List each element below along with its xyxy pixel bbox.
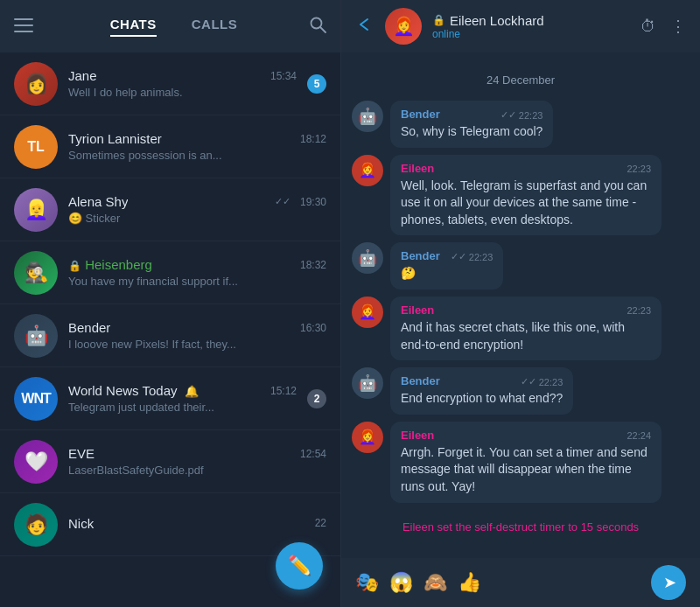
chat-name-row: Tyrion Lannister 18:12 [68, 131, 326, 146]
msg-check-icon: ✓✓ [451, 251, 466, 262]
chat-info-alena: Alena Shy ✓✓ 19:30 😊 Sticker [68, 194, 326, 225]
compose-button[interactable]: ✏️ [276, 542, 323, 590]
header-avatar: 👩‍🦰 [385, 8, 422, 45]
msg-sender: Eileen [401, 304, 434, 317]
msg-text: 🤔 [401, 265, 493, 283]
svg-rect-2 [14, 31, 33, 32]
chat-name: Alena Shy [68, 194, 128, 209]
chat-item-jane[interactable]: 👩 Jane 15:34 Well I do help animals. 5 [0, 52, 340, 115]
header-lock-icon: 🔒 [432, 14, 445, 26]
send-button[interactable]: ➤ [651, 565, 686, 600]
chat-name: Tyrion Lannister [68, 131, 162, 146]
reaction-scared[interactable]: 😱 [389, 571, 413, 594]
more-options-icon[interactable]: ⋮ [670, 17, 686, 36]
msg-avatar-bender: 🤖 [352, 242, 383, 274]
right-panel: 👩‍🦰 🔒 Eileen Lockhard online ⏱ ⋮ 24 Dece… [341, 0, 700, 607]
chat-name-row: Jane 15:34 [68, 68, 297, 83]
avatar-eve: 🤍 [14, 440, 58, 484]
chat-name: 🔒 Heisenberg [68, 257, 152, 272]
contact-name: Eileen Lockhard [450, 13, 544, 28]
avatar-bender: 🤖 [14, 314, 58, 358]
avatar-wnt: WNT [14, 377, 58, 421]
reaction-thumbsup[interactable]: 👍 [458, 571, 481, 594]
chat-item-alena[interactable]: 👱‍♀️ Alena Shy ✓✓ 19:30 😊 Sticker [0, 178, 340, 241]
chat-info-wnt: World News Today 🔔 15:12 Telegram just u… [68, 383, 297, 414]
svg-line-4 [320, 27, 326, 32]
left-panel: CHATS CALLS 👩 Jane 15:34 Well I do help … [0, 0, 341, 607]
chat-item-wnt[interactable]: WNT World News Today 🔔 15:12 Telegram ju… [0, 367, 340, 430]
msg-header-row: Eileen 22:23 [401, 162, 651, 175]
chat-time: 12:54 [300, 448, 326, 460]
reaction-monkey[interactable]: 🙈 [424, 571, 447, 594]
chat-time: 18:32 [300, 259, 326, 271]
chat-preview: Sometimes possession is an... [68, 149, 326, 162]
chat-name-row: Bender 16:30 [68, 320, 326, 335]
msg-avatar-eileen: 👩‍🦰 [352, 297, 383, 328]
message-bubble: Eileen 22:23 Well, look. Telegram is sup… [390, 155, 662, 236]
chat-time: 18:12 [300, 133, 326, 145]
reaction-bar: 😱 🙈 👍 [389, 571, 640, 594]
msg-time: 22:23 [539, 377, 564, 387]
chat-header: 👩‍🦰 🔒 Eileen Lockhard online ⏱ ⋮ [341, 0, 700, 52]
chat-name-row: EVE 12:54 [68, 446, 326, 461]
avatar-jane: 👩 [14, 62, 58, 106]
msg-avatar-bender: 🤖 [352, 101, 383, 132]
lock-icon: 🔒 [68, 260, 81, 272]
message-bubble: Bender ✓✓ 22:23 End encryption to what e… [390, 367, 573, 415]
msg-avatar-eileen: 👩‍🦰 [352, 155, 383, 186]
chat-item-tyrion[interactable]: TL Tyrion Lannister 18:12 Sometimes poss… [0, 115, 340, 178]
chat-info-nick: Nick 22 [68, 516, 326, 534]
svg-rect-0 [14, 18, 33, 20]
msg-header-row: Bender ✓✓ 22:23 [401, 374, 563, 387]
chat-name-row: 🔒 Heisenberg 18:32 [68, 257, 326, 272]
badge-wnt: 2 [307, 389, 326, 408]
svg-rect-1 [14, 24, 33, 26]
chat-name-row: Nick 22 [68, 516, 326, 531]
msg-text: Arrgh. Forget it. You can set a timer an… [401, 444, 651, 496]
chat-time: 16:30 [300, 322, 326, 334]
avatar-heisenberg: 🕵️ [14, 251, 58, 295]
chat-name: Bender [68, 320, 110, 335]
chat-info-jane: Jane 15:34 Well I do help animals. [68, 68, 297, 99]
back-button[interactable] [355, 16, 374, 38]
tabs-container: CHATS CALLS [49, 17, 298, 37]
chat-preview: Well I do help animals. [68, 86, 297, 99]
tab-calls[interactable]: CALLS [192, 17, 238, 37]
compose-icon: ✏️ [288, 555, 312, 577]
chat-bottom-bar: 🎭 😱 🙈 👍 ➤ [341, 558, 700, 607]
message-row: 🤖 Bender ✓✓ 22:23 End encryption to what… [352, 367, 690, 415]
chat-name: EVE [68, 446, 94, 461]
msg-sender: Eileen [401, 429, 434, 442]
chat-item-eve[interactable]: 🤍 EVE 12:54 LaserBlastSafetyGuide.pdf [0, 430, 340, 493]
chat-preview: Telegram just updated their... [68, 401, 297, 414]
hamburger-menu[interactable] [14, 17, 38, 37]
message-row: 👩‍🦰 Eileen 22:23 And it has secret chats… [352, 297, 690, 360]
chat-list: 👩 Jane 15:34 Well I do help animals. 5 T… [0, 52, 340, 607]
check-icon: ✓✓ [275, 196, 290, 207]
search-icon[interactable] [309, 16, 326, 38]
avatar-tyrion: TL [14, 125, 58, 169]
chat-name-row: Alena Shy ✓✓ 19:30 [68, 194, 326, 209]
chat-preview: 😊 Sticker [68, 212, 326, 225]
timer-icon[interactable]: ⏱ [640, 17, 656, 36]
msg-sender: Bender [401, 108, 440, 121]
message-bubble: Eileen 22:23 And it has secret chats, li… [390, 297, 662, 360]
chat-info-tyrion: Tyrion Lannister 18:12 Sometimes possess… [68, 131, 326, 162]
left-header: CHATS CALLS [0, 0, 340, 52]
tab-chats[interactable]: CHATS [110, 17, 157, 37]
message-row: 🤖 Bender ✓✓ 22:23 🤔 [352, 242, 690, 290]
header-icons: ⏱ ⋮ [640, 17, 686, 36]
chat-item-heisenberg[interactable]: 🕵️ 🔒 Heisenberg 18:32 You have my financ… [0, 241, 340, 304]
msg-text: So, why is Telegram cool? [401, 123, 542, 141]
header-info: 🔒 Eileen Lockhard online [432, 13, 630, 40]
chat-preview: I looove new Pixels! If fact, they... [68, 338, 326, 351]
muted-icon: 🔔 [185, 385, 199, 398]
chat-preview: You have my financial support if... [68, 275, 326, 288]
chat-item-bender[interactable]: 🤖 Bender 16:30 I looove new Pixels! If f… [0, 304, 340, 367]
msg-check-icon: ✓✓ [521, 376, 536, 387]
system-message: Eileen set the self-destruct timer to 15… [352, 517, 690, 537]
chat-name: Nick [68, 516, 94, 531]
message-bubble: Bender ✓✓ 22:23 🤔 [390, 242, 503, 290]
sticker-button[interactable]: 🎭 [355, 571, 379, 594]
msg-time: 22:23 [519, 110, 543, 121]
